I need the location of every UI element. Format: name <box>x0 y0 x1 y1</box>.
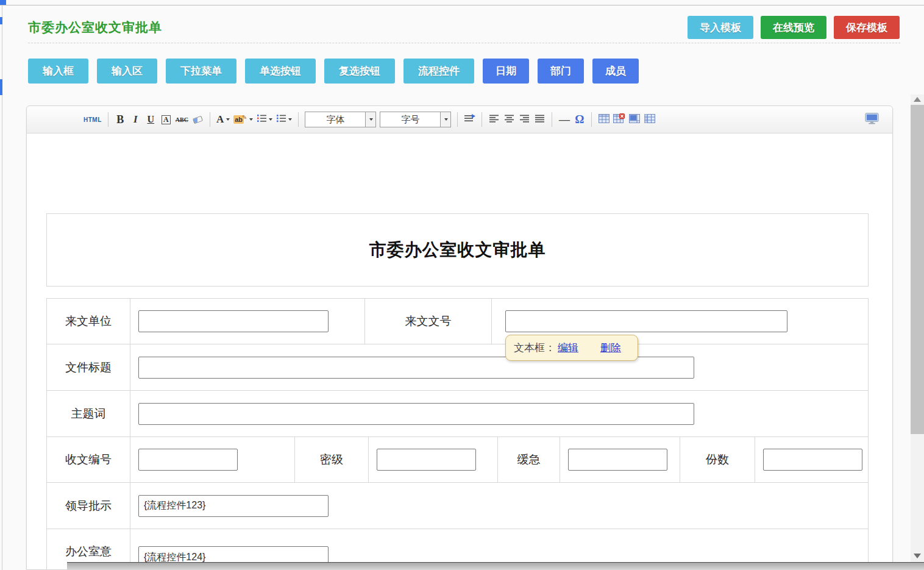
indent-icon <box>464 114 475 125</box>
scroll-down-arrow-icon[interactable] <box>914 554 921 558</box>
tooltip-edit-link[interactable]: 编辑 <box>558 341 578 355</box>
widget-dropdown-button[interactable]: 下拉菜单 <box>166 59 236 84</box>
urgency-input[interactable] <box>568 449 667 471</box>
doc-number-input[interactable] <box>505 310 787 332</box>
widget-member-button[interactable]: 成员 <box>592 59 639 84</box>
widget-date-button[interactable]: 日期 <box>483 59 529 84</box>
italic-button[interactable]: I <box>128 112 143 128</box>
delete-table-icon <box>613 113 625 126</box>
form-title: 市委办公室收文审批单 <box>369 238 546 262</box>
font-size-select[interactable]: 字号 <box>380 112 451 127</box>
table-cell <box>130 437 295 483</box>
doc-number-label: 来文文号 <box>365 299 492 344</box>
window-edge-blue-strip <box>0 79 2 95</box>
chevron-down-icon <box>288 118 292 121</box>
leader-comments-input[interactable] <box>138 495 329 517</box>
pencil-icon: ✎ <box>242 114 247 121</box>
table-row: 主题词 <box>47 391 868 437</box>
widget-flow-control-button[interactable]: 流程控件 <box>403 59 474 84</box>
editor-panel: HTML B I U A ABC A ab✎ 字体 字号 <box>26 105 893 570</box>
table-cell <box>130 483 868 529</box>
table-row: 来文单位 来文文号 <box>47 299 868 344</box>
toolbar-separator <box>591 112 592 127</box>
eraser-icon <box>193 115 203 124</box>
copies-label: 份数 <box>680 437 755 483</box>
align-center-icon <box>505 115 514 125</box>
widget-radio-button[interactable]: 单选按钮 <box>245 59 316 84</box>
row-properties-icon <box>644 114 655 126</box>
widget-toolbar: 输入框 输入区 下拉菜单 单选按钮 复选按钮 流程控件 日期 部门 成员 <box>28 59 639 84</box>
keywords-label: 主题词 <box>47 391 130 437</box>
receipt-number-input[interactable] <box>138 449 238 471</box>
align-justify-button[interactable] <box>532 112 547 128</box>
chevron-down-icon <box>249 118 253 121</box>
row-properties-button[interactable] <box>642 112 657 128</box>
chevron-down-icon <box>226 118 230 121</box>
boxed-a-button[interactable]: A <box>158 112 174 128</box>
copies-input[interactable] <box>763 449 862 471</box>
table-row: 文件标题 <box>47 344 868 391</box>
horizontal-rule-button[interactable]: — <box>556 112 572 128</box>
header-actions: 导入模板 在线预览 保存模板 <box>688 16 900 39</box>
indent-button[interactable] <box>462 112 477 128</box>
fullscreen-button[interactable] <box>863 112 881 128</box>
window-edge-blue-strip <box>0 17 2 24</box>
insert-table-button[interactable] <box>596 112 611 128</box>
font-color-button[interactable]: A <box>215 112 232 128</box>
ordered-list-button[interactable] <box>255 112 274 128</box>
chevron-down-icon[interactable] <box>365 112 375 127</box>
eraser-button[interactable] <box>190 112 205 128</box>
align-right-button[interactable] <box>517 112 532 128</box>
chevron-down-icon[interactable] <box>440 112 450 127</box>
editor-toolbar: HTML B I U A ABC A ab✎ 字体 字号 <box>27 106 892 134</box>
delete-table-button[interactable] <box>611 112 627 128</box>
secrecy-input[interactable] <box>377 449 476 471</box>
chevron-down-icon <box>269 118 272 121</box>
widget-department-button[interactable]: 部门 <box>538 59 584 84</box>
form-title-block: 市委办公室收文审批单 <box>46 213 869 287</box>
widget-input-box-button[interactable]: 输入框 <box>28 59 88 84</box>
table-cell <box>369 437 498 483</box>
table-cell <box>755 437 868 483</box>
highlight-color-button[interactable]: ab✎ <box>232 112 255 128</box>
scroll-up-arrow-icon[interactable] <box>914 97 921 102</box>
leader-comments-label: 领导批示 <box>47 483 130 529</box>
underline-button[interactable]: U <box>143 112 158 128</box>
scrollbar-thumb[interactable] <box>911 105 924 434</box>
align-left-button[interactable] <box>486 112 502 128</box>
cell-properties-icon <box>629 114 640 126</box>
table-cell <box>130 391 868 437</box>
toolbar-separator <box>108 112 108 127</box>
editor-content[interactable]: 市委办公室收文审批单 来文单位 来文文号 文件标题 主题词 <box>46 213 869 570</box>
window-edge-top-line <box>0 5 924 5</box>
keywords-input[interactable] <box>138 403 694 425</box>
window-bottom-edge <box>67 562 924 570</box>
online-preview-button[interactable]: 在线预览 <box>761 16 826 39</box>
widget-checkbox-button[interactable]: 复选按钮 <box>324 59 395 84</box>
html-source-button[interactable]: HTML <box>82 112 104 128</box>
toolbar-separator <box>298 112 299 127</box>
special-char-button[interactable]: Ω <box>572 112 587 128</box>
dashed-divider <box>28 43 900 43</box>
tooltip-delete-link[interactable]: 删除 <box>600 341 621 355</box>
table-row: 收文编号 密级 缓急 份数 <box>47 437 868 483</box>
page-title: 市委办公室收文审批单 <box>28 19 162 36</box>
align-center-button[interactable] <box>502 112 517 128</box>
import-template-button[interactable]: 导入模板 <box>688 16 753 39</box>
receipt-number-label: 收文编号 <box>47 437 130 483</box>
font-family-select[interactable]: 字体 <box>305 112 376 127</box>
vertical-scrollbar[interactable] <box>911 94 924 570</box>
toolbar-separator <box>482 112 482 127</box>
strikethrough-button[interactable]: ABC <box>174 112 190 128</box>
doc-title-label: 文件标题 <box>47 344 130 391</box>
source-unit-input[interactable] <box>138 310 329 332</box>
widget-input-area-button[interactable]: 输入区 <box>97 59 157 84</box>
bullet-list-button[interactable] <box>274 112 294 128</box>
cell-properties-button[interactable] <box>627 112 642 128</box>
ordered-list-icon <box>257 114 266 125</box>
save-template-button[interactable]: 保存模板 <box>834 16 900 39</box>
align-left-icon <box>489 115 499 125</box>
bold-button[interactable]: B <box>113 112 128 128</box>
table-cell <box>130 344 868 391</box>
align-justify-icon <box>535 115 545 125</box>
